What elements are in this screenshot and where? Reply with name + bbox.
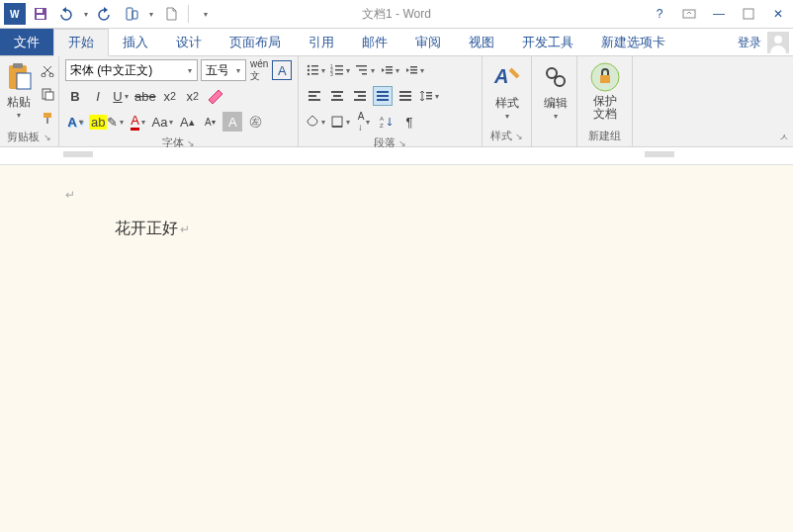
copy-button[interactable] (38, 84, 57, 104)
text-effects-button[interactable]: A (65, 112, 85, 132)
tab-devtools[interactable]: 开发工具 (508, 29, 587, 55)
editing-group-label (538, 130, 571, 146)
maximize-icon[interactable] (738, 3, 759, 25)
numbering-button[interactable]: 123 (329, 60, 351, 80)
font-name-combo[interactable]: ▾ (65, 59, 198, 81)
login-link[interactable]: 登录 (738, 35, 761, 51)
cut-button[interactable] (38, 60, 57, 80)
svg-rect-19 (46, 118, 48, 124)
svg-rect-68 (600, 75, 610, 83)
tab-new[interactable]: 新建选项卡 (587, 29, 679, 55)
svg-rect-41 (308, 91, 320, 93)
clipboard-launcher-icon[interactable]: ↘ (44, 133, 51, 142)
char-shading-button[interactable]: A (222, 112, 242, 132)
paragraph-2[interactable]: 花开正好 (115, 220, 178, 236)
inc-indent-button[interactable] (403, 60, 425, 80)
char-scale-button[interactable]: Aa (150, 112, 174, 132)
show-marks-button[interactable]: ¶ (399, 112, 419, 132)
collapse-ribbon-icon[interactable]: ㅅ (779, 131, 789, 144)
newgroup-label: 新建组 (583, 127, 626, 146)
text-direction-button[interactable]: A↓ (354, 112, 374, 132)
qat-customize-dropdown[interactable]: ▾ (195, 3, 217, 25)
italic-button[interactable]: I (88, 86, 108, 106)
align-distribute-button[interactable] (396, 86, 415, 106)
sort-button[interactable]: AZ (377, 112, 396, 132)
svg-rect-38 (410, 66, 417, 68)
redo-button[interactable] (95, 3, 117, 25)
svg-point-20 (308, 65, 309, 67)
save-icon[interactable] (30, 3, 51, 25)
svg-rect-12 (13, 63, 23, 68)
tab-home[interactable]: 开始 (53, 29, 109, 56)
protect-doc-button[interactable]: 保护文档 (583, 58, 626, 124)
svg-text:A: A (493, 65, 508, 87)
enclose-char-button[interactable]: ㊧ (245, 112, 265, 132)
styles-launcher-icon[interactable]: ↘ (515, 132, 523, 141)
borders-button[interactable] (329, 112, 351, 132)
undo-button[interactable] (55, 3, 77, 25)
subscript-button[interactable]: x2 (160, 86, 180, 106)
help-icon[interactable]: ? (649, 3, 670, 25)
editing-label: 编辑 (544, 95, 568, 112)
line-spacing-button[interactable] (418, 86, 440, 106)
format-painter-button[interactable] (38, 108, 57, 128)
tab-design[interactable]: 设计 (162, 29, 216, 55)
bullets-button[interactable] (305, 60, 326, 80)
char-border-button[interactable]: A (272, 60, 292, 80)
dec-indent-button[interactable] (379, 60, 400, 80)
phonetic-guide-button[interactable]: wén文 (249, 60, 269, 80)
superscript-button[interactable]: x2 (183, 86, 203, 106)
shading-button[interactable] (305, 112, 326, 132)
ribbon-display-icon[interactable] (678, 3, 700, 25)
shrink-font-button[interactable]: A▾ (200, 112, 220, 132)
paste-button[interactable]: 粘贴 ▾ (2, 58, 36, 122)
svg-rect-23 (311, 69, 318, 71)
svg-rect-36 (386, 69, 393, 71)
strike-button[interactable]: abe (133, 86, 157, 106)
align-center-button[interactable] (327, 86, 347, 106)
touch-mode-dropdown[interactable]: ▾ (146, 3, 156, 25)
minimize-icon[interactable]: — (708, 3, 730, 25)
styles-button[interactable]: A 样式 ▾ (488, 58, 525, 124)
font-size-input[interactable] (202, 63, 231, 77)
font-size-combo[interactable]: ▾ (201, 59, 246, 81)
svg-rect-6 (132, 11, 137, 19)
editing-button[interactable]: 编辑 ▾ (538, 58, 573, 124)
document-canvas[interactable]: ↵ 花开正好↵ (0, 165, 793, 532)
ruler-indent-right[interactable] (645, 151, 674, 157)
highlight-button[interactable]: ab✎ (88, 112, 125, 132)
ruler-indent-left[interactable] (63, 151, 93, 157)
ruler[interactable] (0, 147, 793, 165)
font-name-input[interactable] (66, 63, 183, 77)
undo-dropdown[interactable]: ▾ (81, 3, 91, 25)
para-mark-icon: ↵ (65, 188, 75, 202)
align-left-button[interactable] (305, 86, 324, 106)
para-mark-icon: ↵ (180, 222, 190, 236)
clear-format-button[interactable] (206, 86, 225, 106)
svg-rect-25 (311, 73, 318, 75)
tab-mail[interactable]: 邮件 (348, 29, 401, 55)
tab-insert[interactable]: 插入 (109, 29, 162, 55)
align-justify-button[interactable] (373, 86, 393, 106)
close-icon[interactable]: ✕ (767, 3, 789, 25)
grow-font-button[interactable]: A▴ (177, 112, 197, 132)
tab-layout[interactable]: 页面布局 (216, 29, 295, 55)
tab-review[interactable]: 审阅 (401, 29, 455, 55)
bold-button[interactable]: B (65, 86, 85, 106)
svg-rect-55 (399, 99, 411, 101)
underline-button[interactable]: U (111, 86, 131, 106)
svg-rect-27 (335, 65, 343, 67)
styles-group-label: 样式 (490, 130, 512, 141)
align-right-button[interactable] (350, 86, 370, 106)
multilevel-button[interactable] (354, 60, 376, 80)
svg-rect-56 (426, 92, 432, 94)
touch-mode-button[interactable] (121, 3, 142, 25)
tab-file[interactable]: 文件 (0, 29, 53, 55)
font-color-button[interactable]: A (128, 112, 147, 132)
tab-references[interactable]: 引用 (295, 29, 348, 55)
tab-view[interactable]: 视图 (455, 29, 508, 55)
protect-label1: 保护 (593, 94, 617, 108)
new-doc-button[interactable] (160, 3, 182, 25)
avatar-icon[interactable] (767, 32, 789, 53)
svg-text:W: W (10, 9, 20, 20)
